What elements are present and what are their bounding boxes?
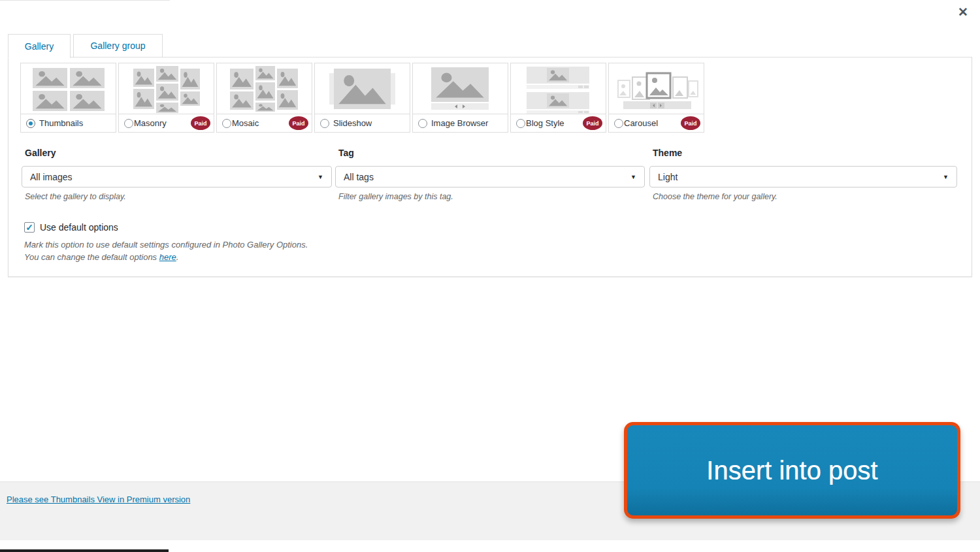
gallery-select[interactable]: All images ▼	[22, 166, 332, 187]
blog-style-radio[interactable]	[516, 119, 525, 128]
image-browser-label: Image Browser	[431, 118, 488, 128]
theme-filter-section: Theme Light ▼ Choose the theme for your …	[649, 148, 957, 201]
use-default-options-label: Use default options	[40, 222, 118, 233]
theme-select-value: Light	[658, 172, 678, 182]
gallery-type-carousel[interactable]: Carousel Paid	[608, 63, 704, 133]
use-default-options-checkbox[interactable]: ✓	[24, 222, 35, 233]
gallery-type-slideshow[interactable]: Slideshow	[314, 63, 410, 133]
theme-filter-help: Choose the theme for your gallery.	[649, 192, 957, 201]
slideshow-radio[interactable]	[320, 119, 329, 128]
carousel-label: Carousel	[624, 118, 658, 128]
blog-style-preview-image	[511, 63, 606, 114]
gallery-filter-label: Gallery	[22, 148, 332, 158]
default-options-section: ✓ Use default options Mark this option t…	[24, 222, 308, 263]
chevron-down-icon: ▼	[943, 174, 949, 180]
background-window-edge	[0, 0, 170, 1]
tag-filter-section: Tag All tags ▼ Filter gallery images by …	[335, 148, 645, 201]
mosaic-paid-badge: Paid	[289, 116, 308, 130]
slideshow-preview-image	[315, 63, 410, 114]
thumbnails-preview-image	[21, 63, 116, 114]
gallery-filter-help: Select the gallery to display.	[22, 192, 332, 201]
carousel-radio[interactable]	[614, 119, 623, 128]
masonry-label: Masonry	[134, 118, 167, 128]
tag-filter-label: Tag	[335, 148, 645, 158]
mosaic-label: Mosaic	[232, 118, 259, 128]
default-options-here-link[interactable]: here	[159, 252, 176, 262]
thumbnails-radio[interactable]	[26, 119, 35, 128]
blog-style-label: Blog Style	[526, 118, 564, 128]
gallery-type-blog-style[interactable]: Blog Style Paid	[510, 63, 606, 133]
premium-version-link[interactable]: Please see Thumbnails View in Premium ve…	[7, 495, 190, 504]
tab-gallery[interactable]: Gallery	[8, 34, 71, 58]
gallery-type-list: Thumbnails	[20, 63, 704, 133]
image-browser-preview-image	[413, 63, 508, 114]
carousel-preview-image	[609, 63, 704, 114]
gallery-type-image-browser[interactable]: Image Browser	[412, 63, 508, 133]
masonry-paid-badge: Paid	[191, 116, 210, 130]
chevron-down-icon: ▼	[630, 174, 636, 180]
theme-filter-label: Theme	[649, 148, 957, 158]
gallery-type-masonry[interactable]: Masonry Paid	[118, 63, 214, 133]
gallery-options-panel: Thumbnails	[8, 57, 972, 277]
theme-select[interactable]: Light ▼	[649, 166, 957, 187]
gallery-filter-section: Gallery All images ▼ Select the gallery …	[22, 148, 332, 201]
chevron-down-icon: ▼	[318, 174, 323, 180]
slideshow-label: Slideshow	[333, 118, 372, 128]
masonry-radio[interactable]	[124, 119, 133, 128]
close-icon[interactable]: ✕	[958, 6, 968, 18]
tag-filter-help: Filter gallery images by this tag.	[335, 192, 645, 201]
thumbnails-label: Thumbnails	[39, 118, 83, 128]
carousel-paid-badge: Paid	[681, 116, 700, 130]
mosaic-preview-image	[217, 63, 312, 114]
insert-gallery-dialog: ✕ Gallery Gallery group Thumbnails	[0, 0, 980, 552]
image-browser-radio[interactable]	[418, 119, 427, 128]
insert-into-post-button[interactable]: Insert into post	[624, 422, 960, 519]
gallery-type-mosaic[interactable]: Mosaic Paid	[216, 63, 312, 133]
tag-select-value: All tags	[344, 172, 374, 182]
gallery-select-value: All images	[30, 172, 73, 182]
tab-gallery-group[interactable]: Gallery group	[73, 34, 163, 57]
default-options-help-line2: You can change the default options here.	[24, 251, 308, 263]
masonry-preview-image	[119, 63, 214, 114]
tag-select[interactable]: All tags ▼	[335, 166, 645, 187]
blog-style-paid-badge: Paid	[583, 116, 602, 130]
default-options-help-line1: Mark this option to use default settings…	[24, 238, 308, 251]
mosaic-radio[interactable]	[222, 119, 231, 128]
gallery-type-thumbnails[interactable]: Thumbnails	[20, 63, 116, 133]
tab-bar: Gallery Gallery group	[8, 34, 163, 58]
background-window-bottom-edge	[0, 549, 169, 552]
